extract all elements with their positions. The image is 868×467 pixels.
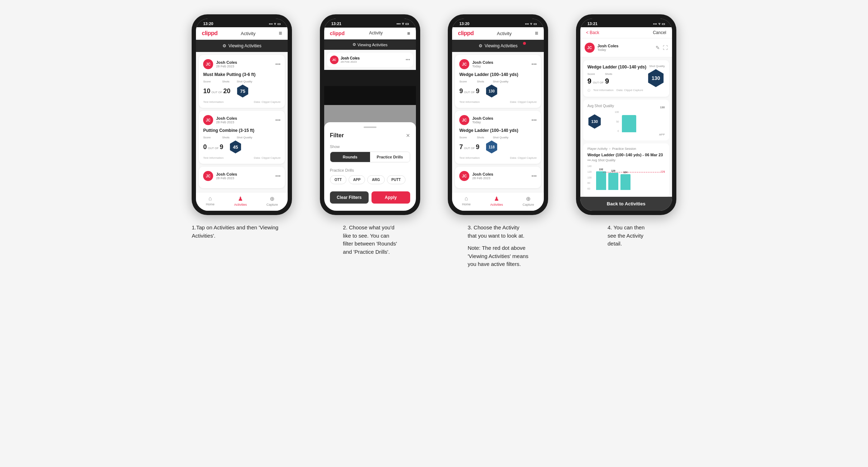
card-footer-left-2: Test Information xyxy=(203,156,224,159)
avatar-3-2: JC xyxy=(459,115,469,125)
phone1-content: JC Josh Coles 28 Feb 2023 ••• Must Make … xyxy=(196,52,288,192)
status-bar-1: 13:20 ▪▪▪ ▿ ▭ xyxy=(196,19,288,27)
activity-card-3-3[interactable]: JC Josh Coles 28 Feb 2023 ••• xyxy=(455,167,541,188)
activity-card-3[interactable]: JC Josh Coles 28 Feb 2023 ••• xyxy=(199,167,285,188)
sq-badge-1: 75 xyxy=(236,85,249,97)
card-menu-3[interactable]: ••• xyxy=(275,173,281,179)
practice-drills-btn[interactable]: Practice Drills xyxy=(370,152,410,162)
card-title-1: Must Make Putting (3-6 ft) xyxy=(203,72,280,77)
card-menu-3-3[interactable]: ••• xyxy=(532,173,537,179)
drag-handle xyxy=(364,127,377,128)
page-container: 13:20 ▪▪▪ ▿ ▭ clippd Activity ≡ ⚙ View xyxy=(183,14,685,268)
expand-icon[interactable]: ⛶ xyxy=(663,45,668,51)
clear-filters-btn[interactable]: Clear Filters xyxy=(330,191,369,204)
card-footer-left-1: Test Information xyxy=(203,100,224,104)
activities-banner-3[interactable]: ⚙ Viewing Activities xyxy=(452,40,544,52)
status-time-2-bg: 13:21 xyxy=(331,22,341,26)
sq-badge-3-1: 130 xyxy=(485,85,498,97)
score-val-2: 0 xyxy=(203,143,207,151)
step-4-column: 13:21 ▪▪▪ ▿ ▭ < Back Cancel xyxy=(567,14,685,268)
chip-app[interactable]: APP xyxy=(349,175,365,184)
filter-actions: Clear Filters Apply xyxy=(330,191,410,204)
edit-icon[interactable]: ✎ xyxy=(656,45,660,51)
tab-home-1[interactable]: ⌂ Home xyxy=(206,195,215,206)
avatar-2: JC xyxy=(203,115,213,125)
home-icon-3: ⌂ xyxy=(465,195,468,202)
drill-bar-1 xyxy=(596,171,606,190)
tab-activities-1[interactable]: ♟ Activities xyxy=(234,195,247,206)
filter-chips-row: OTT APP ARG PUTT xyxy=(330,175,410,184)
detail-content: JC Josh Coles Today ✎ ⛶ xyxy=(580,38,672,197)
status-bar-4: 13:21 ▪▪▪ ▿ ▭ xyxy=(580,19,672,27)
activity-card-1[interactable]: JC Josh Coles 28 Feb 2023 ••• Must Make … xyxy=(199,55,285,108)
chip-arg[interactable]: ARG xyxy=(367,175,384,184)
nav-logo-1: clippd xyxy=(202,30,217,37)
card-menu-3-1[interactable]: ••• xyxy=(532,61,537,67)
user-name-3-3: Josh Coles xyxy=(472,172,493,176)
tab-capture-1[interactable]: ⊕ Capture xyxy=(267,195,278,206)
avg-shot-quality-chart: Avg Shot Quality 130 100 50 0 xyxy=(583,100,669,140)
nav-bar-1: clippd Activity ≡ xyxy=(196,27,288,40)
status-bar-3: 13:20 ▪▪▪ ▿ ▭ xyxy=(452,19,544,27)
filter-title: Filter xyxy=(330,132,344,139)
nav-title-1: Activity xyxy=(241,31,255,36)
bottom-tabs-1: ⌂ Home ♟ Activities ⊕ Capture xyxy=(196,192,288,211)
nav-title-3: Activity xyxy=(497,31,512,36)
drill-title-4: Wedge Ladder (100–140 yds) xyxy=(588,65,647,70)
user-name-4: Josh Coles xyxy=(598,44,619,48)
info-icon: ⓘ xyxy=(588,89,590,92)
card-menu-3-2[interactable]: ••• xyxy=(532,117,537,123)
filter-close-button[interactable]: ✕ xyxy=(406,133,410,138)
sq-label-1: Shot Quality xyxy=(237,80,253,83)
user-date-3-1: Today xyxy=(472,65,493,68)
card-title-3-2: Wedge Ladder (100–140 yds) xyxy=(459,128,537,133)
user-name-3-2: Josh Coles xyxy=(472,116,493,120)
avatar-3-1: JC xyxy=(459,59,469,69)
score-val-3-1: 9 xyxy=(459,87,463,95)
avatar-3: JC xyxy=(203,171,213,181)
nav-bar-3: clippd Activity ≡ xyxy=(452,27,544,40)
avatar-4: JC xyxy=(585,43,595,53)
phone-1: 13:20 ▪▪▪ ▿ ▭ clippd Activity ≡ ⚙ View xyxy=(192,14,292,215)
filter-toggle-row: Rounds Practice Drills xyxy=(330,152,410,162)
rounds-btn[interactable]: Rounds xyxy=(330,152,370,162)
card-footer-right-2: Data: Clippd Capture xyxy=(254,156,281,159)
activity-card-3-1[interactable]: JC Josh Coles Today ••• Wedge Ladder (10… xyxy=(455,55,541,108)
detail-user-header: JC Josh Coles Today ✎ ⛶ xyxy=(580,38,672,57)
filter-icon-1: ⚙ xyxy=(222,43,226,48)
player-activity-section: Player Activity › Practice Session Wedge… xyxy=(583,143,669,197)
user-date-3: 28 Feb 2023 xyxy=(216,176,237,180)
activity-card-2[interactable]: JC Josh Coles 28 Feb 2023 ••• Putting Co… xyxy=(199,111,285,164)
activities-banner-1[interactable]: ⚙ Viewing Activities xyxy=(196,40,288,52)
cancel-button[interactable]: Cancel xyxy=(653,30,666,35)
avatar-1: JC xyxy=(203,59,213,69)
back-to-activities-btn[interactable]: Back to Activities xyxy=(580,197,672,211)
sq-badge-4: 130 xyxy=(647,69,665,87)
status-time-3: 13:20 xyxy=(459,22,469,26)
activity-card-3-2[interactable]: JC Josh Coles Today ••• Wedge Ladder (10… xyxy=(455,111,541,164)
wifi-icon: ▿ xyxy=(274,22,276,26)
red-dot-3 xyxy=(523,42,526,45)
user-name-3-1: Josh Coles xyxy=(472,60,493,65)
tab-activities-3[interactable]: ♟ Activities xyxy=(490,195,503,206)
tab-capture-3[interactable]: ⊕ Capture xyxy=(523,195,534,206)
nav-logo-2-bg: clippd xyxy=(330,30,345,36)
banner-text-2-bg: Viewing Activities xyxy=(358,43,388,47)
chip-ott[interactable]: OTT xyxy=(330,175,346,184)
chart-bar-app xyxy=(622,115,636,132)
wifi-icon-4: ▿ xyxy=(658,22,660,26)
tab-home-3[interactable]: ⌂ Home xyxy=(462,195,471,206)
banner-text-1: Viewing Activities xyxy=(229,43,262,48)
battery-icon: ▭ xyxy=(277,22,280,26)
nav-menu-3[interactable]: ≡ xyxy=(535,30,538,37)
score-val-3-2: 7 xyxy=(459,143,463,151)
card-menu-1[interactable]: ••• xyxy=(275,61,281,67)
nav-menu-1[interactable]: ≡ xyxy=(279,30,282,37)
back-button[interactable]: < Back xyxy=(586,30,599,35)
sq-badge-3-2: 118 xyxy=(485,140,498,153)
card-menu-2[interactable]: ••• xyxy=(275,117,281,123)
chip-putt[interactable]: PUTT xyxy=(387,175,406,184)
shots-4: 9 xyxy=(605,77,609,85)
apply-btn[interactable]: Apply xyxy=(371,191,410,204)
score-label-1: Score xyxy=(203,80,211,83)
